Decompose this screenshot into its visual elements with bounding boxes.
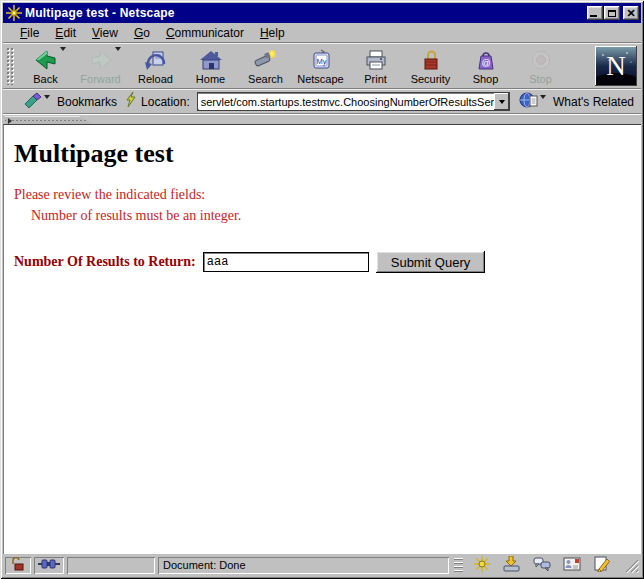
title-bar[interactable]: Multipage test - Netscape ✕: [3, 3, 641, 23]
error-intro: Please review the indicated fields:: [14, 187, 641, 203]
address-book-icon: [563, 556, 581, 574]
search-label: Search: [248, 73, 283, 85]
shop-label: Shop: [473, 73, 499, 85]
security-button[interactable]: Security: [403, 45, 458, 87]
results-form: Number Of Results to Return: Submit Quer…: [14, 251, 641, 273]
svg-text:My: My: [316, 57, 326, 66]
toolbar-grip[interactable]: [6, 47, 15, 85]
number-of-results-input[interactable]: [203, 252, 369, 272]
bookmarks-button[interactable]: Bookmarks: [19, 91, 121, 113]
security-lock-icon: [419, 47, 443, 73]
expand-arrow-icon: [8, 118, 12, 124]
page-content: Multipage test Please review the indicat…: [3, 124, 641, 554]
bookmarks-label: Bookmarks: [57, 95, 117, 109]
shop-button[interactable]: @ Shop: [458, 45, 513, 87]
page-heading: Multipage test: [14, 139, 641, 169]
discussions-button[interactable]: [528, 557, 556, 574]
search-flashlight-icon: [253, 47, 279, 73]
search-button[interactable]: Search: [238, 45, 293, 87]
composer-button[interactable]: [588, 557, 616, 574]
inbox-button[interactable]: [498, 557, 526, 574]
menu-edit[interactable]: Edit: [47, 24, 84, 42]
print-button[interactable]: Print: [348, 45, 403, 87]
menu-file[interactable]: File: [12, 24, 47, 42]
minimize-icon: [590, 15, 597, 17]
window-resize-grip[interactable]: [623, 557, 639, 573]
collapsed-toolbar-tab[interactable]: [5, 116, 93, 124]
inbox-icon: [503, 556, 521, 574]
back-dropdown-icon[interactable]: [60, 47, 66, 51]
document-status-text: Document: Done: [163, 559, 246, 571]
home-button[interactable]: Home: [183, 45, 238, 87]
lightning-bolt-icon: [125, 92, 137, 111]
error-detail: Number of results must be an integer.: [31, 208, 641, 224]
discussions-icon: [533, 556, 551, 574]
window-title: Multipage test - Netscape: [25, 6, 586, 20]
forward-label: Forward: [80, 73, 120, 85]
svg-text:@: @: [481, 58, 490, 68]
menu-help[interactable]: Help: [252, 24, 293, 42]
close-button[interactable]: ✕: [623, 6, 639, 20]
svg-text:N: N: [606, 51, 626, 81]
navigator-starburst-icon: [473, 556, 491, 574]
print-label: Print: [364, 73, 387, 85]
menu-view[interactable]: View: [84, 24, 126, 42]
menu-bar: File Edit View Go Communicator Help: [3, 23, 641, 43]
whats-related-dropdown-icon[interactable]: [540, 95, 546, 99]
status-bar: Document: Done: [3, 554, 641, 576]
url-dropdown-button[interactable]: [494, 93, 509, 110]
netscape-window: Multipage test - Netscape ✕ File Edit Vi…: [0, 0, 644, 579]
whats-related-button[interactable]: What's Related: [515, 90, 638, 113]
home-label: Home: [196, 73, 225, 85]
component-bar-grip[interactable]: [454, 558, 463, 573]
minimize-button[interactable]: [587, 6, 603, 20]
reload-label: Reload: [138, 73, 173, 85]
stop-label: Stop: [529, 73, 552, 85]
netscape-starburst-icon: [6, 5, 22, 21]
netscape-logo[interactable]: N: [595, 46, 637, 86]
back-arrow-icon: [33, 47, 59, 73]
location-bar: Bookmarks Location:: [3, 89, 641, 114]
maximize-button[interactable]: [604, 6, 620, 20]
stop-button[interactable]: Stop: [513, 45, 568, 87]
composer-icon: [593, 556, 611, 574]
whats-related-label: What's Related: [553, 95, 634, 109]
toolbar-tab-strip: [3, 114, 641, 124]
location-label: Location:: [141, 95, 190, 109]
forward-button[interactable]: Forward: [73, 45, 128, 87]
chevron-down-icon: [499, 100, 505, 104]
menu-go[interactable]: Go: [126, 24, 158, 42]
my-netscape-icon: My: [309, 47, 333, 73]
plug-icon: [38, 558, 60, 572]
connection-status-panel: [34, 557, 64, 574]
bookmark-icon: [23, 92, 43, 112]
security-label: Security: [411, 73, 451, 85]
reload-icon: [144, 47, 168, 73]
forward-dropdown-icon[interactable]: [115, 47, 121, 51]
open-lock-icon: [11, 557, 26, 573]
security-status-panel[interactable]: [5, 557, 31, 574]
stop-icon: [529, 47, 553, 73]
netscape-my-button[interactable]: My Netscape: [293, 45, 348, 87]
menu-communicator[interactable]: Communicator: [158, 24, 252, 42]
reload-button[interactable]: Reload: [128, 45, 183, 87]
bookmarks-dropdown-icon[interactable]: [44, 95, 50, 99]
document-status-panel: Document: Done: [158, 557, 449, 574]
netscape-label: Netscape: [297, 73, 343, 85]
navigator-button[interactable]: [468, 557, 496, 574]
url-input[interactable]: [198, 94, 494, 109]
print-icon: [364, 47, 388, 73]
back-label: Back: [33, 73, 57, 85]
back-button[interactable]: Back: [18, 45, 73, 87]
close-icon: ✕: [626, 8, 635, 18]
location-label-group: Location:: [121, 91, 194, 112]
address-book-button[interactable]: [558, 557, 586, 574]
component-bar: [452, 557, 618, 574]
home-icon: [199, 47, 223, 73]
maximize-icon: [608, 10, 616, 17]
submit-query-button[interactable]: Submit Query: [376, 251, 485, 273]
whats-related-globe-icon: [519, 91, 539, 112]
shop-bag-icon: @: [474, 47, 498, 73]
navigation-toolbar: Back Forward Reload: [3, 43, 641, 89]
url-field: [197, 92, 510, 111]
